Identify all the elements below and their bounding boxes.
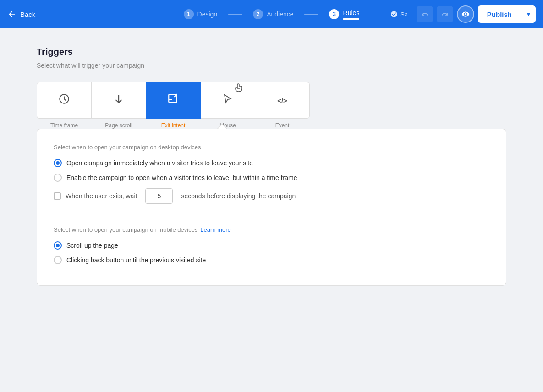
exit-intent-icon: [167, 93, 179, 108]
mobile-option-1[interactable]: Scroll up the page: [54, 241, 489, 250]
wait-seconds-row: When the user exits, wait seconds before…: [54, 188, 489, 204]
step-nav: 1 Design 2 Audience 3 Rules: [184, 9, 360, 20]
header-right: Sa... Publish ▾: [390, 5, 536, 23]
mobile-option-2[interactable]: Clicking back button until the previous …: [54, 256, 489, 264]
radio-mobile-2[interactable]: [54, 256, 62, 264]
label-exit-intent: Exit intent: [146, 119, 201, 129]
scroll-down-icon: [114, 94, 124, 107]
trigger-labels: Time frame Page scroll Exit intent Mouse…: [37, 119, 506, 129]
mouse-pointer-icon: [222, 93, 233, 107]
step-divider-1: [228, 14, 242, 15]
label-time-frame: Time frame: [37, 119, 92, 129]
chevron-down-icon: ▾: [527, 11, 530, 18]
step-1-badge: 1: [184, 9, 194, 19]
header: Back 1 Design 2 Audience 3 Rules Sa...: [0, 0, 543, 28]
panel-arrow: [217, 124, 228, 129]
step-3-wrapper: Rules: [343, 9, 360, 20]
tab-event[interactable]: </>: [255, 82, 310, 119]
desktop-option-2-label: Enable the campaign to open when a visit…: [66, 174, 297, 181]
mobile-section-label: Select when to open your campaign on mob…: [54, 226, 197, 233]
back-label: Back: [20, 11, 35, 18]
desktop-option-2[interactable]: Enable the campaign to open when a visit…: [54, 174, 489, 182]
step-rules[interactable]: 3 Rules: [329, 9, 360, 20]
learn-more-link[interactable]: Learn more: [200, 226, 230, 233]
radio-desktop-1[interactable]: [54, 159, 62, 167]
clock-icon: [58, 93, 70, 108]
preview-button[interactable]: [457, 5, 474, 23]
trigger-tabs: </>: [37, 82, 506, 119]
trigger-tabs-container: </> Time frame Page scroll Exit intent M…: [37, 82, 506, 129]
mobile-option-1-label: Scroll up the page: [66, 242, 118, 249]
step-1-label: Design: [197, 11, 218, 18]
label-mouse: Mouse: [200, 119, 255, 129]
step-2-label: Audience: [267, 11, 293, 18]
tab-mouse[interactable]: [200, 82, 255, 119]
step-3-underline: [343, 18, 360, 20]
wait-checkbox[interactable]: [54, 192, 61, 200]
desktop-option-1-label: Open campaign immediately when a visitor…: [66, 159, 253, 167]
seconds-suffix: seconds before displaying the campaign: [181, 192, 296, 200]
undo-button[interactable]: [417, 6, 433, 22]
desktop-section-label: Select when to open your campaign on des…: [54, 144, 489, 151]
label-event: Event: [255, 119, 310, 129]
step-audience[interactable]: 2 Audience: [253, 9, 293, 19]
panel-divider: [54, 215, 489, 215]
publish-dropdown-button[interactable]: ▾: [521, 5, 536, 23]
back-button[interactable]: Back: [7, 10, 35, 19]
main-content: Triggers Select what will trigger your c…: [0, 28, 543, 304]
mobile-section-label-row: Select when to open your campaign on mob…: [54, 226, 489, 233]
step-2-badge: 2: [253, 9, 263, 19]
tab-page-scroll[interactable]: [91, 82, 146, 119]
page-title: Triggers: [37, 47, 506, 57]
radio-mobile-1[interactable]: [54, 241, 62, 250]
label-page-scroll: Page scroll: [91, 119, 146, 129]
desktop-option-1[interactable]: Open campaign immediately when a visitor…: [54, 159, 489, 167]
publish-group: Publish ▾: [478, 5, 536, 23]
tab-exit-intent[interactable]: [146, 82, 201, 119]
code-icon: </>: [277, 97, 287, 104]
page-subtitle: Select what will trigger your campaign: [37, 62, 506, 69]
redo-button[interactable]: [437, 6, 453, 22]
tab-time-frame[interactable]: [37, 82, 92, 119]
checkbox-label: When the user exits, wait: [66, 192, 137, 200]
radio-desktop-2[interactable]: [54, 174, 62, 182]
mobile-option-2-label: Clicking back button until the previous …: [66, 256, 206, 264]
step-divider-2: [305, 14, 318, 15]
content-panel: Select when to open your campaign on des…: [37, 129, 506, 286]
step-3-badge: 3: [329, 9, 340, 19]
saved-indicator: Sa...: [390, 11, 413, 18]
step-3-label: Rules: [343, 9, 360, 16]
saved-label: Sa...: [400, 11, 413, 18]
seconds-input[interactable]: [145, 188, 173, 204]
publish-button[interactable]: Publish: [478, 5, 521, 23]
step-design[interactable]: 1 Design: [184, 9, 218, 19]
